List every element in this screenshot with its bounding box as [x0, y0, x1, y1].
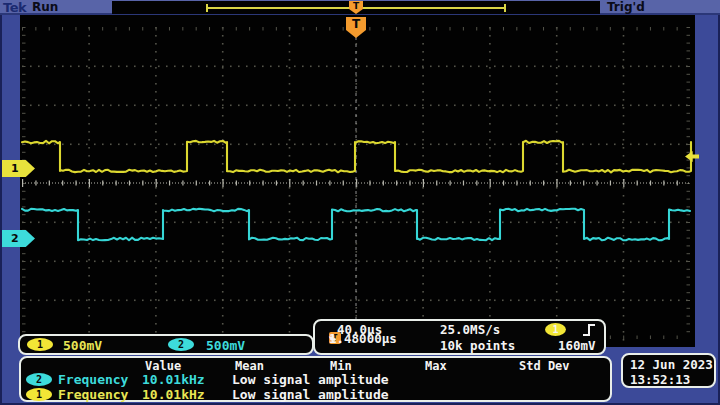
oscilloscope-screen: Tek Run T Trig'd T 1 2 1 500mV 2 500mV 4… [0, 0, 720, 405]
header-mean: Mean [235, 359, 264, 373]
record-length-readout: 10k points [440, 338, 515, 353]
measurement-note: Low signal amplitude [232, 372, 389, 387]
waveform-display: T 1 2 [20, 15, 695, 347]
header-stddev: Std Dev [519, 359, 570, 373]
trigger-delay-value: 1.48000µs [329, 331, 397, 346]
channel-scale-readout: 1 500mV 2 500mV [18, 334, 314, 355]
trigger-level-readout: 160mV [558, 338, 596, 353]
measurement-row-ch2: 2 Frequency 10.01kHz Low signal amplitud… [21, 372, 610, 387]
channel-2-badge: 2 [26, 373, 52, 386]
top-status-bar: Tek Run T Trig'd [0, 0, 720, 15]
time-label: 13:52:13 [630, 372, 714, 387]
sample-rate-readout: 25.0MS/s [440, 322, 500, 337]
measurement-row-ch1: 1 Frequency 10.01kHz Low signal amplitud… [21, 387, 610, 402]
datetime-box: 12 Jun 2023 13:52:13 [621, 353, 716, 388]
header-value: Value [145, 359, 181, 373]
measurement-table: Value Mean Min Max Std Dev 2 Frequency 1… [19, 356, 612, 402]
channel-1-scale: 500mV [63, 338, 102, 353]
header-min: Min [330, 359, 352, 373]
measurement-name: Frequency [58, 372, 128, 387]
rising-edge-slope-icon [582, 323, 596, 337]
channel-1-badge: 1 [26, 388, 52, 401]
record-position-bar: T [112, 1, 600, 14]
trigger-status: Trig'd [607, 0, 645, 14]
acquisition-status: Run [32, 0, 58, 14]
tek-logo: Tek [3, 0, 26, 15]
channel-2-badge: 2 [168, 338, 194, 351]
header-max: Max [425, 359, 447, 373]
measurement-note: Low signal amplitude [232, 387, 389, 402]
trigger-source-badge: 1 [545, 323, 566, 336]
record-window-bracket-left [206, 4, 208, 12]
horizontal-trigger-readout: 40.0µs 25.0MS/s 1 T→▼1.48000µs 10k point… [313, 319, 606, 355]
channel-2-scale: 500mV [206, 338, 245, 353]
date-label: 12 Jun 2023 [630, 357, 714, 372]
graticule-and-waveforms [20, 15, 695, 347]
channel-1-badge: 1 [27, 338, 53, 351]
measurement-value: 10.01kHz [142, 387, 205, 402]
record-window-bracket-right [504, 4, 506, 12]
measurement-value: 10.01kHz [142, 372, 205, 387]
trigger-position-flag-small: T [349, 1, 363, 14]
measurement-name: Frequency [58, 387, 128, 402]
